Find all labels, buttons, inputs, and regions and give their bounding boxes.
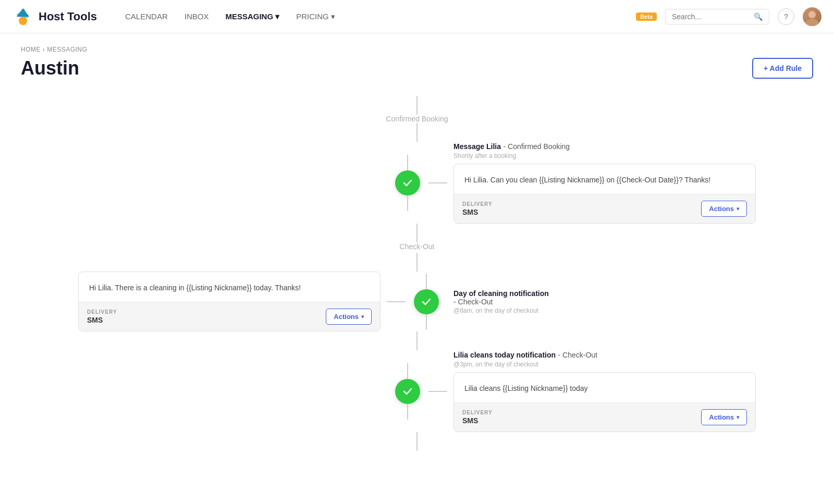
dash-1	[428, 182, 447, 183]
rule-right-2: Day of cleaning notification - Check-Out…	[447, 289, 756, 314]
check-icon-3	[402, 386, 413, 397]
vline-bottom-1	[407, 195, 408, 211]
vline-top-1	[407, 155, 408, 170]
add-rule-button[interactable]: + Add Rule	[752, 58, 813, 79]
actions-button-3[interactable]: Actions ▾	[701, 409, 747, 425]
rule-time-3: @3pm, on the day of checkout	[453, 361, 756, 368]
nav-link-messaging[interactable]: MESSAGING ▾	[218, 8, 287, 26]
rule-right-1: Message Lilia - Confirmed Booking Shortl…	[428, 142, 756, 224]
vline-3	[416, 253, 418, 272]
chevron-down-icon-2: ▾	[361, 314, 364, 319]
vline-bottom-2	[426, 314, 427, 330]
rule-left-2: Hi Lilia. There is a cleaning in {{Listi…	[78, 272, 406, 331]
chevron-down-icon-1: ▾	[737, 206, 739, 212]
vline-bottom-3	[407, 404, 408, 420]
actions-button-2[interactable]: Actions ▾	[326, 309, 372, 325]
nav-links: CALENDAR INBOX MESSAGING ▾ PRICING ▾	[118, 8, 636, 26]
svg-point-4	[806, 19, 818, 26]
rule-trigger-2: - Check-Out	[453, 298, 493, 306]
rule-toggle-3[interactable]	[395, 379, 420, 404]
svg-point-0	[19, 17, 27, 25]
nav-link-inbox[interactable]: INBOX	[177, 8, 216, 25]
section-label-confirmed-booking: Confirmed Booking	[386, 115, 448, 123]
message-card-3: Lilia cleans {{Listing Nickname}} today …	[453, 372, 756, 432]
breadcrumb-home[interactable]: HOME	[21, 46, 41, 53]
logo-icon	[13, 6, 33, 27]
beta-badge: Beta	[636, 13, 657, 21]
rule-trigger-3: - Check-Out	[558, 351, 597, 359]
delivery-value-3: SMS	[462, 416, 493, 425]
rule-time-1: Shortly after a booking	[453, 152, 756, 159]
center-col-1	[387, 155, 428, 211]
page-header: Austin + Add Rule	[21, 57, 813, 79]
nav-link-calendar[interactable]: CALENDAR	[118, 8, 175, 25]
nav-link-pricing[interactable]: PRICING ▾	[289, 8, 342, 26]
page-content: HOME › MESSAGING Austin + Add Rule Confi…	[0, 33, 834, 463]
delivery-label-2: DELIVERY	[87, 309, 117, 315]
delivery-value-1: SMS	[462, 208, 493, 216]
section-label-checkout: Check-Out	[400, 242, 435, 251]
actions-button-1[interactable]: Actions ▾	[701, 201, 747, 217]
avatar[interactable]	[803, 7, 821, 26]
delivery-value-2: SMS	[87, 316, 117, 324]
svg-point-3	[808, 11, 816, 18]
message-body-1: Hi Lilia. Can you clean {{Listing Nickna…	[454, 164, 755, 194]
logo-text: Host Tools	[39, 10, 97, 23]
nav-right: Beta 🔍 ?	[636, 7, 821, 26]
rule-name-3: Lilia cleans today notification	[453, 351, 556, 359]
vline-4	[416, 331, 418, 350]
center-col-2	[406, 274, 447, 330]
message-body-3: Lilia cleans {{Listing Nickname}} today	[454, 373, 755, 402]
vline-bottom	[416, 432, 418, 451]
rule-trigger-1: - Confirmed Booking	[504, 142, 570, 151]
rule-left-1	[78, 152, 387, 214]
rule-right-3: Lilia cleans today notification - Check-…	[428, 350, 756, 432]
page-title: Austin	[21, 57, 79, 79]
vline-1	[416, 123, 418, 142]
message-card-2: Hi Lilia. There is a cleaning in {{Listi…	[78, 272, 381, 331]
navbar: Host Tools CALENDAR INBOX MESSAGING ▾ PR…	[0, 0, 834, 33]
help-button[interactable]: ?	[778, 8, 794, 25]
chevron-down-icon-3: ▾	[737, 414, 739, 420]
breadcrumb: HOME › MESSAGING	[21, 46, 813, 53]
vline-2	[416, 224, 418, 242]
check-icon-1	[402, 177, 413, 189]
breadcrumb-sep: ›	[43, 46, 45, 53]
dash-3	[428, 391, 447, 392]
delivery-label-3: DELIVERY	[462, 410, 493, 415]
rule-time-2: @8am, on the day of checkout	[453, 307, 538, 314]
rule-toggle-2[interactable]	[414, 289, 439, 314]
message-footer-1: DELIVERY SMS Actions ▾	[454, 194, 755, 223]
rule-toggle-1[interactable]	[395, 170, 420, 195]
rule-row-1: Message Lilia - Confirmed Booking Shortl…	[78, 142, 756, 224]
search-input[interactable]	[672, 13, 750, 21]
dash-2	[387, 301, 406, 302]
message-body-2: Hi Lilia. There is a cleaning in {{Listi…	[79, 272, 380, 302]
vline-top-2	[426, 274, 427, 289]
search-box: 🔍	[665, 9, 769, 24]
message-card-1: Hi Lilia. Can you clean {{Listing Nickna…	[453, 164, 756, 224]
timeline-top-line	[416, 96, 418, 115]
rule-meta-3: Lilia cleans today notification - Check-…	[447, 350, 756, 372]
delivery-label-1: DELIVERY	[462, 201, 493, 207]
center-col-3	[387, 363, 428, 420]
breadcrumb-current: MESSAGING	[47, 46, 87, 53]
rule-meta-1: Message Lilia - Confirmed Booking Shortl…	[447, 142, 756, 164]
vline-top-3	[407, 363, 408, 379]
avatar-image	[803, 7, 821, 26]
rule-left-3	[78, 358, 387, 425]
logo[interactable]: Host Tools	[13, 6, 97, 27]
rule-row-3: Lilia cleans today notification - Check-…	[78, 350, 756, 432]
message-footer-3: DELIVERY SMS Actions ▾	[454, 402, 755, 432]
message-footer-2: DELIVERY SMS Actions ▾	[79, 302, 380, 331]
search-icon: 🔍	[754, 13, 763, 21]
check-icon-2	[421, 296, 432, 308]
rule-row-2: Hi Lilia. There is a cleaning in {{Listi…	[78, 272, 756, 331]
rule-name-1: Message Lilia	[453, 142, 501, 151]
rule-name-2: Day of cleaning notification	[453, 289, 549, 298]
timeline: Confirmed Booking	[21, 96, 813, 451]
